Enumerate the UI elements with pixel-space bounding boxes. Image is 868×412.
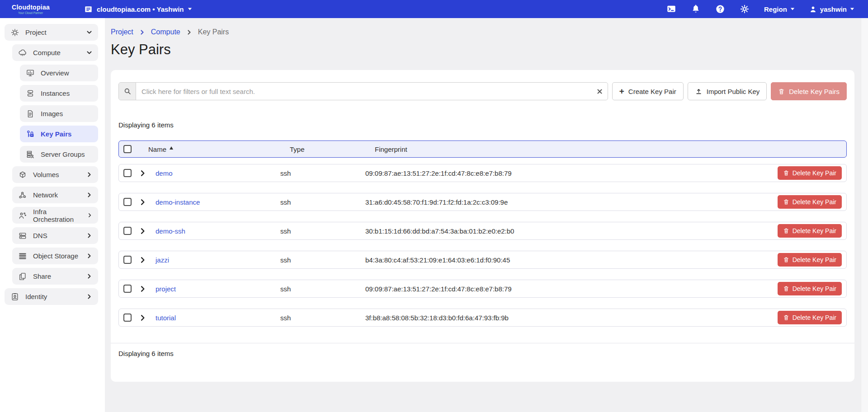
object-storage-list-icon [18, 252, 27, 261]
key-pair-fingerprint: b4:3a:80:c4:af:53:21:09:e1:64:03:e6:1d:f… [365, 256, 778, 264]
sidebar-item-volumes[interactable]: Volumes [12, 166, 98, 183]
project-selector[interactable]: cloudtopiaa.com • Yashwin [83, 4, 192, 14]
import-public-key-label: Import Public Key [707, 88, 760, 95]
key-pair-type: ssh [280, 256, 365, 264]
scrollbar-track[interactable] [861, 18, 868, 412]
brand-tagline: Your Cloud Partner [18, 11, 43, 14]
main-content: Project Compute Key Pairs Key Pairs [111, 18, 854, 58]
sidebar-item-label: Project [25, 28, 47, 36]
key-pair-fingerprint: 09:09:87:ae:13:51:27:2e:1f:cd:47:8c:e8:e… [365, 285, 778, 293]
sidebar-item-dns[interactable]: DNS [12, 227, 98, 244]
search-icon[interactable] [119, 83, 136, 100]
trash-icon [783, 314, 789, 321]
row-expand-chevron-icon[interactable] [139, 256, 146, 263]
row-delete-key-pair-button[interactable]: Delete Key Pair [778, 311, 842, 324]
user-menu[interactable]: yashwin [809, 5, 854, 13]
key-pair-name-link[interactable]: jazzi [156, 256, 280, 264]
chevron-right-icon [86, 233, 92, 239]
chevron-right-icon [86, 172, 92, 178]
row-checkbox[interactable] [123, 285, 132, 293]
key-pair-fingerprint: 30:b1:15:1d:66:dd:bd:a7:54:3a:ba:01:b2:e… [365, 227, 778, 235]
row-delete-label: Delete Key Pair [793, 256, 836, 263]
help-icon[interactable] [715, 4, 725, 14]
key-pair-name-link[interactable]: demo [156, 169, 280, 177]
clear-search-icon[interactable] [592, 83, 608, 100]
row-delete-key-pair-button[interactable]: Delete Key Pair [778, 166, 842, 180]
row-expand-chevron-icon[interactable] [139, 169, 146, 177]
sidebar-item-infra-orchestration[interactable]: Infra Orchestration [12, 207, 98, 224]
row-delete-key-pair-button[interactable]: Delete Key Pair [778, 224, 842, 238]
volumes-cube-icon [18, 170, 27, 179]
sidebar-item-identity[interactable]: Identity [5, 288, 98, 305]
row-checkbox[interactable] [123, 256, 132, 264]
sidebar-item-project[interactable]: Project [5, 24, 98, 41]
row-checkbox[interactable] [123, 314, 132, 322]
sidebar-item-label: Compute [33, 49, 61, 56]
column-header-type[interactable]: Type [290, 145, 375, 153]
sidebar-item-images[interactable]: Images [20, 105, 98, 122]
row-delete-label: Delete Key Pair [793, 169, 836, 177]
row-checkbox[interactable] [123, 169, 132, 177]
key-pairs-card: + Create Key Pair Import Public Key Dele… [111, 70, 854, 382]
create-key-pair-button[interactable]: + Create Key Pair [612, 82, 684, 100]
row-delete-label: Delete Key Pair [793, 198, 836, 206]
brand-logo[interactable]: Cloudtopiaa Your Cloud Partner [0, 4, 68, 14]
key-pair-name-link[interactable]: demo-ssh [156, 227, 280, 235]
notifications-bell-icon[interactable] [691, 4, 701, 14]
sidebar-item-object-storage[interactable]: Object Storage [12, 248, 98, 264]
sidebar-item-label: Network [33, 191, 58, 199]
sidebar-item-compute[interactable]: Compute [12, 44, 98, 61]
trash-icon [783, 170, 789, 176]
select-all-checkbox[interactable] [123, 145, 132, 153]
sidebar-item-overview[interactable]: Overview [20, 65, 98, 81]
row-delete-label: Delete Key Pair [793, 314, 836, 321]
chevron-right-icon [87, 212, 92, 218]
network-nodes-icon [18, 191, 27, 200]
delete-key-pairs-button[interactable]: Delete Key Pairs [771, 82, 847, 100]
sidebar-item-label: DNS [33, 232, 47, 239]
share-files-icon [18, 272, 27, 281]
sidebar-item-share[interactable]: Share [12, 268, 98, 285]
import-public-key-button[interactable]: Import Public Key [688, 82, 767, 100]
console-icon[interactable] [666, 4, 676, 14]
row-delete-key-pair-button[interactable]: Delete Key Pair [778, 195, 842, 209]
username: yashwin [820, 5, 847, 13]
row-checkbox[interactable] [123, 227, 132, 235]
table-header: Name Type Fingerprint [118, 140, 847, 158]
sidebar-item-label: Instances [41, 89, 70, 97]
sort-ascending-icon [169, 146, 174, 150]
settings-gear-icon[interactable] [740, 4, 750, 14]
sidebar: Project Compute Overview Instances Image… [0, 18, 105, 412]
sidebar-item-server-groups[interactable]: Server Groups [20, 146, 98, 163]
dns-stack-icon [18, 231, 27, 240]
region-menu[interactable]: Region [764, 5, 795, 13]
key-pair-row: demo ssh 09:09:87:ae:13:51:27:2e:1f:cd:4… [118, 164, 847, 182]
key-pair-type: ssh [280, 227, 365, 235]
row-expand-chevron-icon[interactable] [139, 198, 146, 206]
key-pair-name-link[interactable]: project [156, 285, 280, 293]
column-name-label: Name [148, 145, 166, 153]
row-expand-chevron-icon[interactable] [139, 314, 146, 321]
row-delete-label: Delete Key Pair [793, 227, 836, 234]
sidebar-item-instances[interactable]: Instances [20, 85, 98, 102]
sidebar-item-network[interactable]: Network [12, 187, 98, 203]
breadcrumb-project[interactable]: Project [111, 28, 133, 36]
key-pair-row: project ssh 09:09:87:ae:13:51:27:2e:1f:c… [118, 280, 847, 298]
row-checkbox[interactable] [123, 198, 132, 206]
row-expand-chevron-icon[interactable] [139, 227, 146, 234]
key-pair-fingerprint: 3f:b8:a8:58:08:5b:32:18:d3:b0:fd:6a:47:9… [365, 314, 778, 322]
breadcrumb-compute[interactable]: Compute [151, 28, 180, 36]
key-pair-name-link[interactable]: demo-instance [156, 198, 280, 206]
row-delete-key-pair-button[interactable]: Delete Key Pair [778, 282, 842, 295]
sidebar-item-key-pairs[interactable]: Key Pairs [20, 126, 98, 142]
search-input[interactable] [136, 88, 592, 95]
key-pair-row: demo-instance ssh 31:a6:d0:45:58:70:f1:9… [118, 193, 847, 211]
sidebar-item-label: Key Pairs [41, 130, 71, 138]
plus-icon: + [619, 87, 624, 95]
row-expand-chevron-icon[interactable] [139, 285, 146, 292]
column-header-name[interactable]: Name [148, 145, 290, 153]
row-delete-key-pair-button[interactable]: Delete Key Pair [778, 253, 842, 267]
column-header-fingerprint[interactable]: Fingerprint [375, 145, 846, 153]
key-pair-name-link[interactable]: tutorial [156, 314, 280, 322]
key-pair-type: ssh [280, 285, 365, 293]
